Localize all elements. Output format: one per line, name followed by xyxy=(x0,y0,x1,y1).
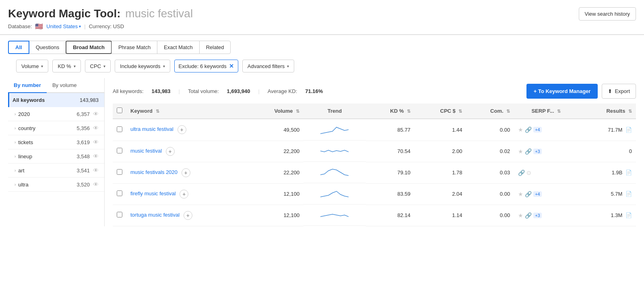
trend-chart xyxy=(320,167,349,178)
tab-phrase-match[interactable]: Phrase Match xyxy=(111,41,157,54)
volume-cell: 12,100 xyxy=(246,183,303,205)
sort-icon: ⇅ xyxy=(628,109,632,114)
export-button[interactable]: ⬆ Export xyxy=(602,84,636,99)
all-keywords-value: 143,983 xyxy=(152,88,171,94)
chevron-right-icon: › xyxy=(14,154,16,159)
include-keywords-filter[interactable]: Include keywords ▾ xyxy=(115,60,170,72)
add-keyword-button[interactable]: + xyxy=(166,147,175,156)
link-icon: 🔗 xyxy=(525,126,532,133)
sidebar-item-art[interactable]: › art 3,541 👁 xyxy=(8,163,104,178)
link-icon: 🔗 xyxy=(518,170,525,176)
all-keywords-label: All keywords: xyxy=(113,88,144,94)
trend-chart xyxy=(320,145,349,157)
kd-cell: 82.14 xyxy=(366,205,415,226)
row-checkbox[interactable] xyxy=(117,190,122,196)
tab-broad-match[interactable]: Broad Match xyxy=(66,41,112,54)
main-panel: All keywords: 143,983 | Total volume: 1,… xyxy=(105,78,636,226)
table-row: ultra music festival + 49,500 85.77 1.44… xyxy=(113,119,636,141)
volume-filter[interactable]: Volume ▾ xyxy=(16,60,48,72)
advanced-filters[interactable]: Advanced filters ▾ xyxy=(242,60,295,72)
tab-questions[interactable]: Questions xyxy=(29,41,66,54)
to-keyword-manager-button[interactable]: + To Keyword Manager xyxy=(526,84,598,99)
tab-related[interactable]: Related xyxy=(199,41,231,54)
page-title: Keyword Magic Tool: music festival xyxy=(8,7,193,20)
trend-cell xyxy=(303,183,366,205)
add-keyword-button[interactable]: + xyxy=(182,168,190,177)
kd-cell: 79.10 xyxy=(366,162,415,183)
com-cell: 0.00 xyxy=(466,183,514,205)
link-icon: 🔗 xyxy=(525,212,532,219)
keyword-link[interactable]: music festivals 2020 xyxy=(130,169,178,175)
volume-cell: 12,100 xyxy=(246,205,303,226)
sidebar-item-country[interactable]: › country 5,356 👁 xyxy=(8,121,104,135)
keyword-column-header: Keyword ⇅ xyxy=(126,103,246,119)
toolbar: All Questions Broad Match Phrase Match E… xyxy=(0,35,644,78)
add-keyword-button[interactable]: + xyxy=(180,190,188,199)
cpc-filter[interactable]: CPC ▾ xyxy=(85,60,111,72)
sort-icon: ⇅ xyxy=(296,109,299,114)
trend-cell xyxy=(303,205,366,226)
view-history-button[interactable]: View search history xyxy=(579,7,636,21)
star-icon: ★ xyxy=(518,191,523,197)
sidebar-tab-by-number[interactable]: By number xyxy=(8,78,47,93)
sidebar-item-lineup[interactable]: › lineup 3,548 👁 xyxy=(8,149,104,163)
keyword-link[interactable]: music festival xyxy=(130,148,162,154)
database-selector[interactable]: United States ▾ xyxy=(46,23,81,29)
keyword-cell: firefly music festival + xyxy=(126,183,246,205)
row-checkbox[interactable] xyxy=(117,212,122,217)
chevron-right-icon: › xyxy=(14,126,16,130)
sidebar-list: › 2020 6,357 👁 › country 5,356 👁 xyxy=(8,107,104,192)
select-all-checkbox[interactable] xyxy=(117,108,122,113)
add-keyword-button[interactable]: + xyxy=(178,125,186,134)
kd-cell: 70.54 xyxy=(366,141,415,162)
serp-column-header: SERP F... ⇅ xyxy=(514,103,578,119)
serp-plus-badge: +4 xyxy=(533,127,542,132)
chevron-down-icon: ▾ xyxy=(74,64,76,68)
results-column-header: Results ⇅ xyxy=(578,103,636,119)
serp-plus-badge: +4 xyxy=(533,191,542,197)
sidebar-item-ultra[interactable]: › ultra 3,520 👁 xyxy=(8,178,104,192)
volume-cell: 22,200 xyxy=(246,141,303,162)
row-checkbox[interactable] xyxy=(117,126,122,132)
chevron-down-icon: ▾ xyxy=(287,64,289,68)
serp-cell: ★ 🔗 +3 xyxy=(514,141,578,162)
keyword-link[interactable]: firefly music festival xyxy=(130,190,176,197)
tab-exact-match[interactable]: Exact Match xyxy=(157,41,200,54)
sidebar-item-tickets[interactable]: › tickets 3,619 👁 xyxy=(8,135,104,149)
filter-row: Volume ▾ KD % ▾ CPC ▾ Include keywords ▾… xyxy=(8,60,636,78)
sidebar-tab-by-volume[interactable]: By volume xyxy=(47,78,83,93)
tab-all[interactable]: All xyxy=(8,41,29,54)
kd-cell: 85.77 xyxy=(366,119,415,141)
com-cell: 0.00 xyxy=(466,119,514,141)
keyword-cell: ultra music festival + xyxy=(126,119,246,141)
keyword-link[interactable]: ultra music festival xyxy=(130,126,173,132)
link-icon: 🔗 xyxy=(525,191,532,197)
kd-filter[interactable]: KD % ▾ xyxy=(52,60,80,72)
sidebar-item-2020[interactable]: › 2020 6,357 👁 xyxy=(8,107,104,121)
results-cell: 1.3M 📄 xyxy=(578,205,636,226)
close-icon[interactable]: ✕ xyxy=(229,63,234,69)
com-cell: 0.03 xyxy=(466,162,514,183)
row-checkbox[interactable] xyxy=(117,169,122,175)
doc-icon: 📄 xyxy=(625,212,632,218)
volume-cell: 49,500 xyxy=(246,119,303,141)
keyword-link[interactable]: tortuga music festival xyxy=(130,212,180,218)
kd-column-header: KD % ⇅ xyxy=(366,103,415,119)
row-checkbox[interactable] xyxy=(117,148,122,153)
exclude-keywords-filter[interactable]: Exclude: 6 keywords ✕ xyxy=(174,60,238,72)
sort-icon: ⇅ xyxy=(557,109,561,114)
eye-icon: 👁 xyxy=(93,167,99,174)
doc-icon: 📄 xyxy=(625,191,632,197)
sort-icon: ⇅ xyxy=(407,109,411,114)
keyword-type-tabs: All Questions Broad Match Phrase Match E… xyxy=(8,41,636,54)
page-header: Keyword Magic Tool: music festival Datab… xyxy=(0,0,644,35)
add-keyword-button[interactable]: + xyxy=(184,211,192,220)
total-volume-label: Total volume: xyxy=(188,88,219,94)
sort-icon: ⇅ xyxy=(458,109,462,114)
trend-cell xyxy=(303,141,366,162)
results-cell: 1.9B 📄 xyxy=(578,162,636,183)
stats-bar: All keywords: 143,983 | Total volume: 1,… xyxy=(113,78,636,103)
table-row: music festivals 2020 + 22,200 79.10 1.78… xyxy=(113,162,636,183)
star-icon: ★ xyxy=(518,148,523,155)
cpc-cell: 2.00 xyxy=(415,141,466,162)
